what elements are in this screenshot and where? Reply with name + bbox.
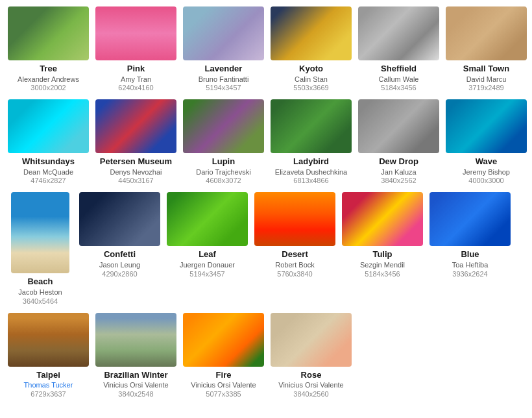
photo-thumb-sheffield — [358, 6, 439, 60]
photo-author-tulip: Sezgin Mendil — [360, 260, 405, 269]
photo-thumb-tree — [8, 6, 89, 60]
photo-title-wave: Wave — [476, 156, 497, 167]
photo-dims-petersen: 4450x3167 — [118, 177, 153, 184]
photo-dims-dewdrop: 3840x2562 — [381, 177, 416, 184]
photo-author-ladybird: Elizaveta Dushechkina — [275, 167, 347, 177]
photo-thumb-wave — [446, 99, 527, 153]
photo-author-kyoto: Calin Stan — [295, 75, 328, 84]
photo-item-whitsundays[interactable]: WhitsundaysDean McQuade4746x2827 — [8, 99, 89, 184]
photo-author-rose: Vinicius Orsi Valente — [278, 380, 343, 389]
photo-thumb-confetti — [79, 192, 160, 246]
photo-dims-fire: 5077x3385 — [206, 390, 241, 398]
photo-dims-lavender: 5194x3457 — [206, 84, 241, 92]
photo-item-taipei[interactable]: TaipeiThomas Tucker6729x3637 — [8, 313, 89, 398]
photo-author-blue: Toa Heftiba — [452, 260, 489, 269]
photo-item-fire[interactable]: FireVinicius Orsi Valente5077x3385 — [183, 313, 264, 398]
photo-title-tulip: Tulip — [372, 249, 392, 260]
photo-author-pink: Amy Tran — [121, 75, 151, 84]
photo-dims-sheffield: 5184x3456 — [381, 84, 416, 92]
photo-item-tree[interactable]: TreeAlexander Andrews3000x2002 — [8, 6, 89, 92]
photo-thumb-desert — [254, 192, 335, 246]
photo-dims-brazilianwinter: 3840x2548 — [118, 390, 153, 398]
photo-dims-wave: 4000x3000 — [468, 177, 503, 184]
photo-author-whitsundays: Dean McQuade — [23, 167, 73, 177]
photo-item-ladybird[interactable]: LadybirdElizaveta Dushechkina6813x4866 — [271, 99, 352, 184]
photo-title-tree: Tree — [40, 64, 57, 75]
photo-item-confetti[interactable]: ConfettiJason Leung4290x2860 — [79, 192, 160, 277]
photo-dims-whitsundays: 4746x2827 — [30, 177, 66, 184]
photo-title-desert: Desert — [282, 249, 308, 260]
photo-row-2: WhitsundaysDean McQuade4746x2827Petersen… — [6, 99, 526, 190]
photo-title-sheffield: Sheffield — [381, 64, 417, 75]
photo-item-leaf[interactable]: LeafJuergen Donauer5194x3457 — [167, 192, 248, 277]
photo-title-ladybird: Ladybird — [293, 156, 329, 167]
photo-item-kyoto[interactable]: KyotoCalin Stan5503x3669 — [271, 6, 352, 92]
photo-title-beach: Beach — [27, 277, 53, 288]
photo-dims-ladybird: 6813x4866 — [293, 177, 328, 184]
photo-item-brazilianwinter[interactable]: Brazilian WinterVinicius Orsi Valente384… — [95, 313, 176, 398]
photo-author-lavender: Bruno Fantinatti — [199, 75, 249, 84]
photo-item-rose[interactable]: RoseVinicius Orsi Valente3840x2560 — [271, 313, 352, 398]
photo-item-lupin[interactable]: LupinDario Trajchevski4608x3072 — [183, 99, 264, 184]
photo-item-blue[interactable]: BlueToa Heftiba3936x2624 — [429, 192, 511, 277]
photo-title-pink: Pink — [127, 64, 145, 75]
photo-dims-tree: 3000x2002 — [30, 84, 66, 92]
photo-item-dewdrop[interactable]: Dew DropJan Kaluza3840x2562 — [358, 99, 439, 184]
photo-dims-kyoto: 5503x3669 — [293, 84, 328, 92]
photo-dims-rose: 3840x2560 — [293, 390, 328, 398]
photo-title-kyoto: Kyoto — [299, 64, 323, 75]
photo-item-wave[interactable]: WaveJeremy Bishop4000x3000 — [446, 99, 527, 184]
photo-dims-desert: 5760x3840 — [277, 270, 312, 278]
photo-thumb-kyoto — [271, 6, 352, 60]
photo-item-tulip[interactable]: TulipSezgin Mendil5184x3456 — [342, 192, 423, 277]
photo-item-beach[interactable]: BeachJacob Heston3640x5464 — [8, 192, 73, 304]
photo-author-wave: Jeremy Bishop — [463, 167, 510, 177]
photo-thumb-lavender — [183, 6, 264, 60]
photo-row-4: TaipeiThomas Tucker6729x3637Brazilian Wi… — [6, 313, 526, 403]
photo-thumb-whitsundays — [8, 99, 89, 153]
photo-dims-taipei: 6729x3637 — [30, 390, 66, 398]
photo-title-lupin: Lupin — [212, 156, 235, 167]
photo-author-beach: Jacob Heston — [18, 288, 62, 297]
photo-thumb-ladybird — [271, 99, 352, 153]
photo-author-taipei[interactable]: Thomas Tucker — [24, 380, 73, 389]
photo-author-dewdrop: Jan Kaluza — [381, 167, 416, 177]
photo-thumb-brazilianwinter — [95, 313, 176, 367]
photo-thumb-taipei — [8, 313, 89, 367]
photo-dims-blue: 3936x2624 — [452, 270, 487, 278]
photo-title-rose: Rose — [301, 370, 322, 381]
photo-thumb-leaf — [167, 192, 248, 246]
photo-title-whitsundays: Whitsundays — [22, 156, 75, 167]
photo-thumb-petersen — [95, 99, 176, 153]
photo-item-smalltown[interactable]: Small TownDavid Marcu3719x2489 — [446, 6, 527, 92]
photo-author-sheffield: Callum Wale — [379, 75, 419, 84]
photo-author-confetti: Jason Leung — [99, 260, 140, 269]
photo-item-sheffield[interactable]: SheffieldCallum Wale5184x3456 — [358, 6, 439, 92]
photo-title-blue: Blue — [461, 249, 479, 260]
gallery-container: TreeAlexander Andrews3000x2002PinkAmy Tr… — [6, 6, 526, 403]
photo-row-3: BeachJacob Heston3640x5464ConfettiJason … — [6, 192, 526, 310]
photo-author-brazilianwinter: Vinicius Orsi Valente — [103, 380, 168, 389]
photo-item-pink[interactable]: PinkAmy Tran6240x4160 — [95, 6, 176, 92]
photo-author-lupin: Dario Trajchevski — [196, 167, 250, 177]
photo-author-leaf: Juergen Donauer — [180, 260, 235, 269]
photo-author-desert: Robert Bock — [275, 260, 315, 269]
photo-title-taipei: Taipei — [36, 370, 60, 381]
photo-dims-tulip: 5184x3456 — [365, 270, 400, 278]
photo-author-fire: Vinicius Orsi Valente — [191, 380, 256, 389]
photo-dims-beach: 3640x5464 — [23, 297, 58, 305]
photo-thumb-smalltown — [446, 6, 527, 60]
photo-title-fire: Fire — [216, 370, 232, 381]
photo-dims-leaf: 5194x3457 — [189, 270, 224, 278]
photo-thumb-pink — [95, 6, 176, 60]
photo-item-lavender[interactable]: LavenderBruno Fantinatti5194x3457 — [183, 6, 264, 92]
photo-thumb-tulip — [342, 192, 423, 246]
photo-dims-smalltown: 3719x2489 — [468, 84, 503, 92]
photo-item-petersen[interactable]: Petersen MuseumDenys Nevozhai4450x3167 — [95, 99, 176, 184]
photo-item-desert[interactable]: DesertRobert Bock5760x3840 — [254, 192, 335, 277]
photo-title-leaf: Leaf — [199, 249, 216, 260]
photo-thumb-rose — [271, 313, 352, 367]
photo-dims-pink: 6240x4160 — [118, 84, 153, 92]
photo-title-petersen: Petersen Museum — [100, 156, 172, 167]
photo-thumb-dewdrop — [358, 99, 439, 153]
